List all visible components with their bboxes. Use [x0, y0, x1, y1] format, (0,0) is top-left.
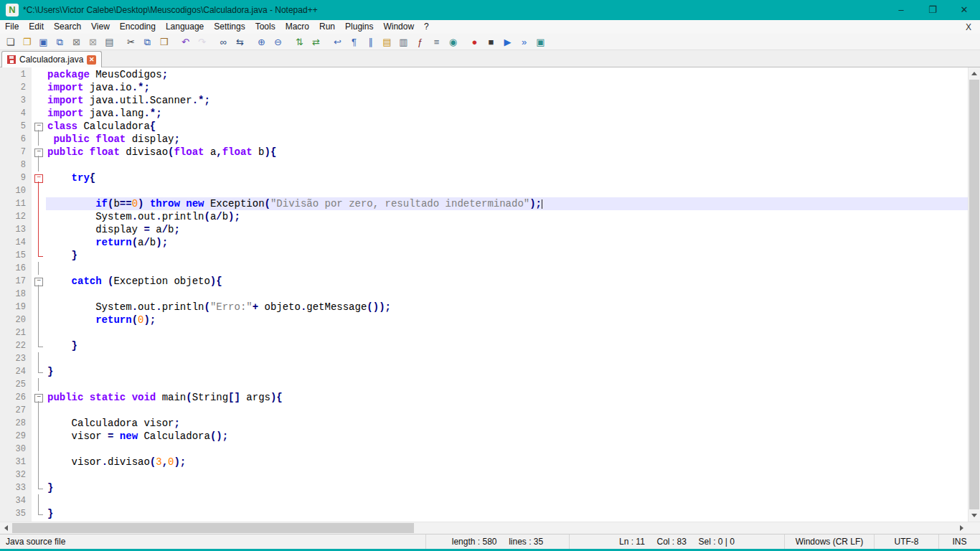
menu-language[interactable]: Language — [161, 20, 209, 34]
line-number[interactable]: 5 — [0, 120, 32, 133]
document-map-button[interactable]: ▥ — [395, 34, 412, 50]
line-number[interactable]: 15 — [0, 249, 32, 262]
line-number[interactable]: 27 — [0, 404, 32, 417]
horizontal-scrollbar-thumb[interactable] — [12, 523, 414, 533]
document-list-button[interactable]: ≡ — [428, 34, 445, 50]
fold-toggle-icon[interactable] — [32, 391, 46, 404]
code-line-14[interactable]: 14 return(a/b); — [0, 236, 968, 249]
code-line-34[interactable]: 34 — [0, 494, 968, 507]
undo-button[interactable]: ↶ — [177, 34, 194, 50]
line-number[interactable]: 13 — [0, 223, 32, 236]
restore-button[interactable]: ❐ — [917, 0, 948, 20]
code-line-16[interactable]: 16 — [0, 262, 968, 275]
code-line-30[interactable]: 30 — [0, 443, 968, 456]
code-line-28[interactable]: 28 Calculadora visor; — [0, 417, 968, 430]
line-number[interactable]: 10 — [0, 184, 32, 197]
vertical-scrollbar[interactable] — [968, 67, 980, 522]
line-number[interactable]: 29 — [0, 430, 32, 443]
line-number[interactable]: 24 — [0, 365, 32, 378]
macro-run-multiple-button[interactable]: » — [516, 34, 532, 50]
code-line-20[interactable]: 20 return(0); — [0, 314, 968, 326]
save-file-button[interactable]: ▣ — [35, 34, 52, 50]
code-line-25[interactable]: 25 — [0, 378, 968, 391]
menu-tools[interactable]: Tools — [250, 20, 281, 34]
code-line-13[interactable]: 13 display = a/b; — [0, 223, 968, 236]
menu-close-x[interactable]: X — [957, 22, 980, 32]
code-line-6[interactable]: 6 public float display; — [0, 133, 968, 146]
code-line-26[interactable]: 26public static void main(String[] args)… — [0, 391, 968, 404]
status-insert-mode[interactable]: INS — [938, 534, 980, 549]
sync-vertical-scrolling-button[interactable]: ⇅ — [291, 34, 308, 50]
fold-toggle-icon[interactable] — [32, 120, 46, 133]
line-number[interactable]: 20 — [0, 314, 32, 326]
sync-horizontal-scrolling-button[interactable]: ⇄ — [308, 34, 324, 50]
menu-file[interactable]: File — [0, 20, 24, 34]
code-line-15[interactable]: 15 } — [0, 249, 968, 262]
menu-help[interactable]: ? — [419, 20, 434, 34]
status-eol[interactable]: Windows (CR LF) — [784, 534, 874, 549]
tab-close-icon[interactable]: ✕ — [87, 55, 96, 65]
code-line-4[interactable]: 4import java.lang.*; — [0, 107, 968, 120]
code-line-5[interactable]: 5class Calculadora{ — [0, 120, 968, 133]
line-number[interactable]: 6 — [0, 133, 32, 146]
code-line-2[interactable]: 2import java.io.*; — [0, 81, 968, 94]
macro-stop-button[interactable]: ■ — [483, 34, 499, 50]
code-line-12[interactable]: 12 System.out.println(a/b); — [0, 210, 968, 223]
line-number[interactable]: 1 — [0, 68, 32, 81]
code-line-21[interactable]: 21 — [0, 326, 968, 339]
menu-view[interactable]: View — [86, 20, 115, 34]
code-line-35[interactable]: 35} — [0, 507, 968, 520]
word-wrap-button[interactable]: ↩ — [329, 34, 346, 50]
menu-run[interactable]: Run — [314, 20, 340, 34]
line-number[interactable]: 25 — [0, 378, 32, 391]
line-number[interactable]: 31 — [0, 456, 32, 468]
open-file-button[interactable]: ❐ — [19, 34, 35, 50]
code-line-27[interactable]: 27 — [0, 404, 968, 417]
line-number[interactable]: 19 — [0, 301, 32, 314]
code-line-9[interactable]: 9 try{ — [0, 171, 968, 184]
scroll-down-arrow-icon[interactable] — [969, 509, 980, 522]
line-number[interactable]: 30 — [0, 443, 32, 456]
code-line-32[interactable]: 32 — [0, 468, 968, 481]
line-number[interactable]: 2 — [0, 81, 32, 94]
scroll-right-arrow-icon[interactable] — [956, 522, 968, 534]
code-line-22[interactable]: 22 } — [0, 339, 968, 352]
scroll-up-arrow-icon[interactable] — [969, 67, 980, 80]
close-file-button[interactable]: ⊠ — [68, 34, 85, 50]
line-number[interactable]: 35 — [0, 507, 32, 520]
copy-button[interactable]: ⧉ — [139, 34, 156, 50]
line-number[interactable]: 22 — [0, 339, 32, 352]
line-number[interactable]: 12 — [0, 210, 32, 223]
code-line-8[interactable]: 8 — [0, 159, 968, 171]
line-number[interactable]: 23 — [0, 352, 32, 365]
code-line-33[interactable]: 33} — [0, 481, 968, 494]
scroll-left-arrow-icon[interactable] — [0, 522, 12, 534]
close-all-button[interactable]: ⊠ — [85, 34, 101, 50]
line-number[interactable]: 17 — [0, 275, 32, 288]
line-number[interactable]: 4 — [0, 107, 32, 120]
line-number[interactable]: 32 — [0, 468, 32, 481]
line-number[interactable]: 26 — [0, 391, 32, 404]
vertical-scrollbar-thumb[interactable] — [969, 80, 979, 509]
menu-settings[interactable]: Settings — [209, 20, 250, 34]
fold-toggle-icon[interactable] — [32, 275, 46, 288]
line-number[interactable]: 34 — [0, 494, 32, 507]
code-line-3[interactable]: 3import java.util.Scanner.*; — [0, 94, 968, 107]
code-line-29[interactable]: 29 visor = new Calculadora(); — [0, 430, 968, 443]
file-monitoring-button[interactable]: ◉ — [445, 34, 461, 50]
zoom-in-button[interactable]: ⊕ — [253, 34, 270, 50]
macro-save-button[interactable]: ▣ — [532, 34, 549, 50]
function-list-button[interactable]: ƒ — [412, 34, 428, 50]
code-line-18[interactable]: 18 — [0, 288, 968, 301]
paste-button[interactable]: ❒ — [156, 34, 172, 50]
line-number[interactable]: 33 — [0, 481, 32, 494]
code-line-10[interactable]: 10 — [0, 184, 968, 197]
code-line-7[interactable]: 7public float divisao(float a,float b){ — [0, 146, 968, 159]
code-line-19[interactable]: 19 System.out.println("Erro:"+ objeto.ge… — [0, 301, 968, 314]
code-line-23[interactable]: 23 — [0, 352, 968, 365]
horizontal-scrollbar[interactable] — [0, 522, 980, 534]
code-line-1[interactable]: 1package MeusCodigos; — [0, 68, 968, 81]
line-number[interactable]: 3 — [0, 94, 32, 107]
replace-button[interactable]: ⇆ — [232, 34, 248, 50]
cut-button[interactable]: ✂ — [123, 34, 139, 50]
